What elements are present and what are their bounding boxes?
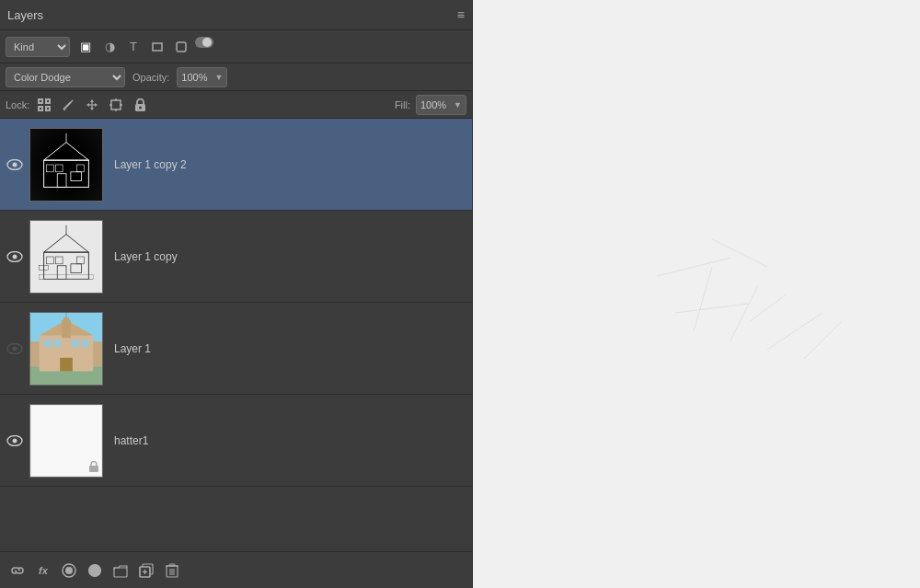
svg-point-63 [13, 438, 17, 443]
svg-point-23 [13, 162, 17, 167]
lock-artboard-icon[interactable] [107, 96, 125, 114]
svg-rect-27 [57, 173, 66, 187]
layer-item[interactable]: Layer 1 [0, 303, 472, 395]
svg-line-83 [657, 258, 730, 276]
bottom-icons: fx [7, 560, 182, 581]
svg-rect-1 [177, 42, 186, 52]
svg-rect-71 [114, 568, 127, 577]
layer-name: Layer 1 copy [109, 250, 466, 263]
layer-item[interactable]: Layer 1 copy 2 [0, 119, 472, 211]
lock-move-icon[interactable] [83, 96, 101, 114]
panel-bottom: fx [0, 551, 472, 588]
panel-menu-icon[interactable]: ≡ [457, 7, 465, 22]
opacity-arrow-icon: ▼ [214, 73, 223, 82]
layer-name: hatter1 [109, 434, 466, 447]
new-adjustment-icon[interactable] [85, 560, 105, 581]
svg-line-87 [730, 285, 758, 340]
filter-row: Kind ▣ ◑ T [0, 30, 472, 63]
lock-row: Lock: [0, 91, 472, 119]
opacity-label: Opacity: [132, 72, 169, 83]
svg-rect-56 [72, 340, 79, 347]
svg-rect-28 [71, 171, 82, 180]
svg-line-84 [712, 239, 767, 267]
delete-layer-icon[interactable] [162, 560, 182, 581]
canvas-area [473, 0, 920, 588]
filter-toggle[interactable] [195, 37, 213, 48]
canvas-content [473, 0, 920, 588]
svg-rect-25 [44, 160, 89, 187]
group-layers-icon[interactable] [110, 560, 131, 581]
layers-panel: Layers ≡ Kind ▣ ◑ T [0, 0, 473, 588]
lock-label: Lock: [6, 99, 29, 110]
svg-line-11 [71, 100, 73, 102]
svg-rect-58 [62, 319, 71, 338]
svg-rect-0 [153, 43, 162, 51]
svg-rect-31 [55, 165, 63, 172]
fill-label: Fill: [395, 99, 410, 110]
svg-point-68 [65, 567, 73, 574]
fill-section: Fill: 100% ▼ [395, 95, 466, 115]
svg-point-48 [13, 346, 17, 351]
visibility-icon[interactable] [6, 435, 24, 446]
new-layer-icon[interactable] [136, 560, 156, 581]
layer-item[interactable]: Layer 1 copy [0, 211, 472, 303]
text-filter-icon[interactable]: T [123, 37, 144, 57]
shape-filter-icon[interactable] [147, 37, 167, 57]
svg-rect-59 [63, 317, 69, 321]
svg-rect-32 [77, 165, 85, 172]
svg-line-86 [694, 267, 712, 331]
visibility-icon[interactable] [6, 343, 24, 354]
panel-header: Layers ≡ [0, 0, 472, 30]
adjustment-icon[interactable]: ◑ [99, 37, 120, 57]
layer-locked-icon [88, 461, 99, 474]
panel-title: Layers [7, 8, 43, 22]
svg-rect-55 [53, 340, 61, 347]
svg-rect-7 [47, 100, 49, 102]
fill-input[interactable]: 100% ▼ [416, 95, 466, 115]
svg-rect-9 [47, 108, 49, 110]
svg-rect-66 [89, 466, 98, 472]
svg-rect-54 [44, 340, 52, 347]
pixel-icon[interactable]: ▣ [75, 37, 96, 57]
layer-name: Layer 1 [109, 342, 466, 355]
svg-rect-30 [47, 165, 54, 172]
svg-rect-8 [40, 108, 41, 110]
svg-line-89 [767, 313, 822, 350]
layer-thumbnail [29, 312, 103, 386]
kind-select[interactable]: Kind [6, 37, 70, 57]
layer-thumbnail [29, 220, 103, 294]
layers-list: Layer 1 copy 2 [0, 119, 472, 551]
svg-rect-57 [82, 340, 89, 347]
opacity-input[interactable]: 100% ▼ [177, 67, 227, 87]
layer-item[interactable]: hatter1 [0, 395, 472, 487]
svg-point-34 [13, 254, 17, 259]
svg-rect-79 [169, 564, 175, 566]
smart-filter-icon[interactable] [171, 37, 191, 57]
svg-rect-24 [30, 129, 102, 201]
svg-rect-61 [60, 357, 73, 371]
blend-row: Color Dodge Normal Multiply Screen Opaci… [0, 63, 472, 91]
link-layers-icon[interactable] [7, 560, 28, 581]
add-style-icon[interactable]: fx [33, 560, 53, 581]
blend-mode-select[interactable]: Color Dodge Normal Multiply Screen [6, 67, 125, 87]
layer-thumbnail [29, 128, 103, 202]
svg-marker-26 [44, 142, 89, 160]
visibility-icon[interactable] [6, 251, 24, 262]
layer-name: Layer 1 copy 2 [109, 158, 466, 171]
svg-rect-6 [40, 100, 41, 102]
mask-icon[interactable] [59, 560, 79, 581]
lock-all-icon[interactable] [131, 96, 149, 114]
svg-line-10 [63, 102, 71, 110]
svg-line-90 [804, 322, 841, 359]
lock-brush-icon[interactable] [59, 96, 77, 114]
svg-line-85 [675, 304, 749, 313]
fill-arrow-icon: ▼ [454, 100, 462, 110]
layer-thumbnail [29, 404, 103, 478]
visibility-icon[interactable] [6, 159, 24, 170]
svg-rect-15 [111, 100, 121, 110]
filter-icons: ▣ ◑ T [75, 37, 213, 57]
lock-pixels-icon[interactable] [35, 96, 53, 114]
svg-line-88 [749, 294, 786, 322]
svg-point-21 [139, 106, 142, 109]
